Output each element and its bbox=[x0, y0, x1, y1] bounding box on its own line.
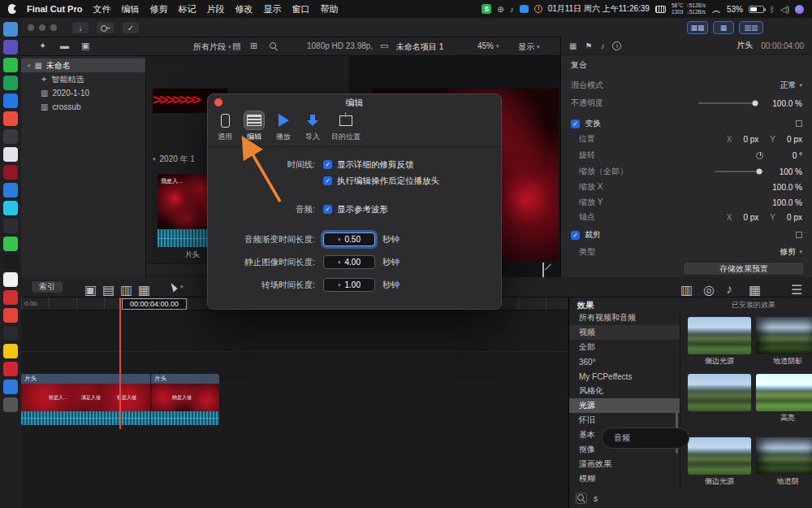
dock-app-icon[interactable] bbox=[3, 201, 18, 215]
category-all[interactable]: 全部 bbox=[569, 340, 680, 354]
trim-feedback-checkbox[interactable]: ✓ bbox=[323, 160, 332, 169]
insert-edit-icon[interactable]: ▤ bbox=[102, 282, 114, 297]
reset-icon[interactable] bbox=[796, 120, 802, 127]
audio-skimming-toggle-icon[interactable]: ◎ bbox=[703, 282, 715, 297]
anchor-x-field[interactable]: 0 px bbox=[736, 213, 758, 222]
project-name[interactable]: 未命名项目 1 bbox=[396, 41, 443, 53]
dock-app-icon[interactable] bbox=[3, 165, 18, 180]
scale-all-slider[interactable] bbox=[715, 171, 763, 172]
category-nostalgia[interactable]: 怀旧 bbox=[569, 413, 680, 428]
menu-modify[interactable]: 修改 bbox=[235, 3, 253, 15]
dock-app-icon[interactable] bbox=[3, 254, 18, 269]
transform-checkbox[interactable]: ✓ bbox=[571, 119, 580, 128]
dock-app-icon[interactable] bbox=[3, 76, 18, 90]
zoom-window-button[interactable] bbox=[50, 24, 57, 31]
still-image-duration-stepper[interactable]: ▾4.00 bbox=[323, 255, 375, 269]
disclosure-triangle-icon[interactable]: ▾ bbox=[28, 63, 31, 69]
effect-thumbnail-vignette[interactable] bbox=[756, 437, 812, 475]
effects-search-text[interactable]: s bbox=[594, 494, 598, 503]
category-my-fcpeffects[interactable]: My FCPeffects bbox=[569, 369, 680, 384]
category-light-selected[interactable]: 光源 bbox=[569, 398, 680, 413]
sidebar-star-icon[interactable]: ✦ bbox=[39, 41, 46, 51]
layout-inspector-button[interactable]: ▥▥ bbox=[739, 21, 763, 34]
save-effects-preset-button[interactable]: 存储效果预置 bbox=[683, 262, 805, 276]
layout-viewer-button[interactable]: ▦ bbox=[713, 21, 734, 34]
solo-toggle-icon[interactable]: ♪ bbox=[726, 282, 732, 297]
playhead-position-checkbox[interactable]: ✓ bbox=[323, 176, 332, 185]
connect-edit-icon[interactable]: ▣ bbox=[84, 282, 97, 297]
playhead[interactable] bbox=[119, 297, 121, 429]
zoom-level-dropdown[interactable]: 45%▾ bbox=[477, 41, 499, 50]
category-blur[interactable]: 模糊 bbox=[569, 471, 680, 486]
opacity-slider[interactable] bbox=[698, 102, 758, 104]
dock-app-icon[interactable] bbox=[3, 93, 18, 108]
transition-duration-stepper[interactable]: ▾1.00 bbox=[323, 278, 375, 292]
overwrite-edit-icon[interactable]: ▦ bbox=[138, 282, 150, 297]
position-y-field[interactable]: 0 px bbox=[780, 135, 802, 144]
siri-icon[interactable] bbox=[795, 5, 804, 14]
chat-icon[interactable] bbox=[520, 5, 529, 13]
dock-app-icon[interactable] bbox=[3, 129, 18, 144]
menu-edit[interactable]: 编辑 bbox=[121, 3, 139, 15]
menu-mark[interactable]: 标记 bbox=[178, 3, 196, 15]
sidebar-item-library[interactable]: ▾ ▦ 未命名 bbox=[21, 59, 145, 72]
effect-thumbnail-side-light[interactable] bbox=[688, 317, 751, 354]
dock-app-icon[interactable] bbox=[3, 380, 18, 394]
apply-effect-icon[interactable] bbox=[576, 493, 587, 504]
info-inspector-icon[interactable]: i bbox=[612, 41, 621, 50]
flag-inspector-icon[interactable]: ⚑ bbox=[585, 41, 592, 50]
blend-mode-popup[interactable]: 正常 bbox=[780, 80, 796, 91]
timeline-clip[interactable]: 片头 很是入... 满足入侵 很是入侵 bbox=[21, 374, 150, 425]
dock-app-icon[interactable] bbox=[3, 58, 18, 72]
snapping-toggle-icon[interactable]: ▦ bbox=[749, 282, 761, 297]
clock-icon[interactable] bbox=[534, 5, 542, 13]
category-stylize[interactable]: 风格化 bbox=[569, 384, 680, 398]
system-stats[interactable]: 58°C1303 ↑512B/s↓512B/s bbox=[672, 3, 706, 15]
volume-icon[interactable]: ◁) bbox=[780, 5, 789, 14]
opacity-value[interactable]: 100.0 % bbox=[765, 99, 802, 108]
timeline-clip[interactable]: 片头 独是入侵 bbox=[151, 374, 219, 425]
dock-app-icon[interactable] bbox=[3, 40, 18, 54]
dock-app-icon[interactable] bbox=[3, 344, 18, 358]
dock-app-icon[interactable] bbox=[3, 290, 18, 305]
music-icon[interactable]: ♪ bbox=[510, 5, 514, 14]
import-media-button[interactable]: ↓ bbox=[71, 21, 89, 34]
video-inspector-icon[interactable]: ▦ bbox=[569, 41, 577, 50]
keyboard-icon[interactable] bbox=[655, 6, 666, 13]
dock-app-icon[interactable] bbox=[3, 237, 18, 251]
dock-app-icon[interactable] bbox=[3, 308, 18, 323]
rotation-dial[interactable] bbox=[756, 152, 763, 159]
effects-search-bar[interactable]: s bbox=[576, 493, 598, 504]
sidebar-photos-icon[interactable]: ▣ bbox=[81, 41, 89, 51]
slider-knob[interactable] bbox=[753, 101, 758, 106]
anchor-y-field[interactable]: 0 px bbox=[780, 213, 802, 222]
category-comic[interactable]: 漫画效果 bbox=[569, 457, 680, 471]
battery-icon[interactable] bbox=[749, 6, 764, 13]
clip-filmstrip-view-icon[interactable]: ▤ bbox=[232, 41, 240, 51]
tool-dropdown[interactable]: ▾ bbox=[172, 282, 184, 292]
dock-app-icon[interactable] bbox=[3, 219, 18, 233]
scale-all-value[interactable]: 100 % bbox=[770, 167, 802, 176]
clip-list-view-icon[interactable]: ⊞ bbox=[250, 41, 257, 51]
dock-app-icon[interactable] bbox=[3, 326, 18, 341]
background-tasks-button[interactable]: ✓ bbox=[122, 21, 140, 34]
effect-thumbnail[interactable] bbox=[688, 374, 751, 411]
menu-view[interactable]: 显示 bbox=[263, 3, 281, 15]
category-all-video-audio[interactable]: 所有视频和音频 bbox=[569, 310, 680, 325]
menu-trim[interactable]: 修剪 bbox=[149, 3, 167, 15]
menu-window[interactable]: 窗口 bbox=[292, 3, 309, 15]
wifi-icon[interactable] bbox=[711, 6, 721, 13]
rotation-value[interactable]: 0 ° bbox=[770, 151, 802, 160]
tab-destinations[interactable]: 目的位置 bbox=[331, 111, 361, 142]
effect-thumbnail-side-light[interactable] bbox=[688, 437, 751, 475]
category-video[interactable]: 视频 bbox=[569, 325, 680, 340]
slider-knob[interactable] bbox=[757, 169, 762, 175]
menu-file[interactable]: 文件 bbox=[93, 3, 110, 15]
dock-app-icon[interactable] bbox=[3, 147, 18, 162]
dock-app-icon[interactable] bbox=[3, 397, 18, 412]
sidebar-item-event-crossub[interactable]: ▥ crossub bbox=[21, 100, 145, 114]
keyword-editor-button[interactable] bbox=[96, 21, 115, 34]
reset-icon[interactable] bbox=[796, 232, 802, 238]
sidebar-item-event-2020-1-10[interactable]: ▥ 2020-1-10 bbox=[21, 86, 145, 100]
dock-app-icon[interactable] bbox=[3, 111, 18, 126]
